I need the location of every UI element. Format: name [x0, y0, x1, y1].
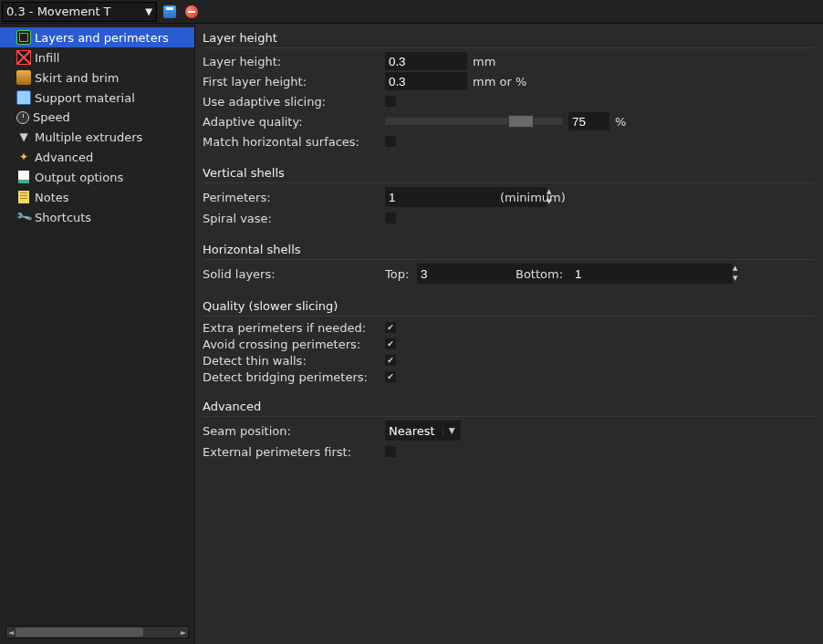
- save-preset-button[interactable]: [161, 3, 179, 21]
- speed-icon: [16, 111, 29, 124]
- spin-buttons[interactable]: ▲▼: [733, 264, 737, 284]
- output-icon: [18, 171, 29, 183]
- sidebar-item-label: Infill: [35, 51, 60, 65]
- delete-icon: [185, 5, 198, 18]
- perimeters-suffix: (minimum): [500, 191, 566, 204]
- sidebar-item-speed[interactable]: Speed: [0, 108, 194, 127]
- body: Layers and perimeters Infill Skirt and b…: [0, 24, 823, 644]
- layer-height-input[interactable]: [385, 52, 467, 70]
- notes-icon: [18, 191, 29, 203]
- seam-position-label: Seam position:: [203, 424, 385, 438]
- delete-preset-button[interactable]: [182, 3, 201, 21]
- sidebar-item-advanced[interactable]: ✦ Advanced: [0, 147, 194, 167]
- bottom-spinbox[interactable]: ▲▼: [571, 264, 662, 284]
- slider-thumb[interactable]: [508, 115, 534, 128]
- avoid-crossing-checkbox[interactable]: ✔: [385, 338, 396, 349]
- sidebar-item-label: Advanced: [35, 151, 93, 164]
- sidebar-item-notes[interactable]: Notes: [0, 187, 194, 207]
- adaptive-quality-label: Adaptive quality:: [203, 115, 385, 129]
- spiral-vase-checkbox[interactable]: [385, 213, 396, 223]
- sidebar-item-output[interactable]: Output options: [0, 167, 194, 187]
- shortcuts-icon: 🔧: [14, 207, 34, 227]
- layers-icon: [16, 30, 31, 45]
- extra-perimeters-label: Extra perimeters if needed:: [203, 321, 385, 335]
- preset-name: 0.3 - Movement T: [6, 5, 111, 18]
- perimeters-label: Perimeters:: [203, 191, 385, 204]
- external-first-label: External perimeters first:: [203, 445, 385, 459]
- detect-bridging-label: Detect bridging perimeters:: [203, 370, 385, 384]
- chevron-up-icon: ▲: [733, 264, 737, 274]
- main-panel: Layer height Layer height: mm First laye…: [195, 24, 823, 644]
- perimeters-spinbox[interactable]: ▲▼: [385, 187, 495, 207]
- sidebar: Layers and perimeters Infill Skirt and b…: [0, 24, 195, 644]
- sidebar-item-label: Layers and perimeters: [35, 31, 169, 45]
- detect-thin-label: Detect thin walls:: [203, 354, 385, 368]
- scroll-right-icon: ►: [179, 628, 188, 637]
- scroll-thumb[interactable]: [16, 628, 143, 637]
- seam-position-value: Nearest: [389, 424, 435, 438]
- seam-position-select[interactable]: Nearest ▼: [385, 421, 461, 441]
- scroll-left-icon: ◄: [6, 628, 16, 637]
- section-title: Vertical shells: [203, 164, 814, 183]
- adaptive-slicing-checkbox[interactable]: [385, 96, 396, 107]
- sidebar-item-infill[interactable]: Infill: [0, 47, 194, 68]
- bottom-input[interactable]: [571, 264, 733, 284]
- sidebar-item-label: Speed: [33, 110, 70, 124]
- dropdown-arrow-icon: ▼: [145, 6, 152, 16]
- sidebar-item-skirt[interactable]: Skirt and brim: [0, 68, 194, 88]
- section-vertical-shells: Vertical shells Perimeters: ▲▼ (minimum)…: [203, 164, 814, 228]
- adaptive-quality-input[interactable]: [568, 112, 609, 130]
- unit-label: %: [615, 115, 626, 129]
- unit-label: mm or %: [473, 75, 526, 88]
- top-label: Top:: [385, 267, 417, 281]
- save-icon: [163, 5, 176, 18]
- sidebar-item-extruders[interactable]: ▼ Multiple extruders: [0, 127, 194, 147]
- support-icon: [16, 90, 31, 105]
- first-layer-height-input[interactable]: [385, 72, 467, 90]
- avoid-crossing-label: Avoid crossing perimeters:: [203, 338, 385, 351]
- match-horizontal-checkbox[interactable]: [385, 136, 396, 147]
- section-title: Quality (slower slicing): [203, 297, 814, 317]
- layer-height-label: Layer height:: [203, 55, 385, 68]
- sidebar-item-label: Shortcuts: [35, 211, 91, 224]
- sidebar-item-label: Multiple extruders: [35, 130, 142, 144]
- sidebar-hscrollbar[interactable]: ◄ ►: [5, 626, 189, 639]
- preset-select[interactable]: 0.3 - Movement T ▼: [2, 2, 157, 22]
- adaptive-quality-slider[interactable]: [385, 118, 563, 125]
- match-horizontal-label: Match horizontal surfaces:: [203, 135, 385, 149]
- external-first-checkbox[interactable]: [385, 446, 396, 457]
- skirt-icon: [16, 70, 31, 85]
- sidebar-item-label: Notes: [35, 191, 69, 204]
- section-title: Advanced: [203, 398, 814, 417]
- section-horizontal-shells: Horizontal shells Solid layers: Top: ▲▼ …: [203, 241, 814, 285]
- section-layer-height: Layer height Layer height: mm First laye…: [203, 29, 814, 151]
- top-spinbox[interactable]: ▲▼: [417, 264, 508, 284]
- adaptive-slicing-label: Use adaptive slicing:: [203, 95, 385, 109]
- section-title: Layer height: [203, 29, 814, 48]
- sidebar-item-layers[interactable]: Layers and perimeters: [0, 27, 194, 47]
- sidebar-item-label: Output options: [35, 171, 123, 184]
- advanced-icon: ✦: [16, 150, 31, 164]
- unit-label: mm: [473, 55, 495, 68]
- section-quality: Quality (slower slicing) Extra perimeter…: [203, 297, 814, 385]
- solid-layers-label: Solid layers:: [203, 267, 385, 281]
- dropdown-arrow-icon: ▼: [443, 426, 457, 435]
- detect-thin-checkbox[interactable]: ✔: [385, 355, 396, 366]
- first-layer-height-label: First layer height:: [203, 75, 385, 88]
- sidebar-item-shortcuts[interactable]: 🔧 Shortcuts: [0, 207, 194, 227]
- bottom-label: Bottom:: [512, 267, 571, 281]
- section-advanced: Advanced Seam position: Nearest ▼ Extern…: [203, 398, 814, 462]
- extruders-icon: ▼: [16, 130, 31, 144]
- sidebar-item-label: Support material: [35, 91, 135, 105]
- detect-bridging-checkbox[interactable]: ✔: [385, 371, 396, 382]
- infill-icon: [16, 50, 31, 65]
- sidebar-item-support[interactable]: Support material: [0, 88, 194, 108]
- chevron-down-icon: ▼: [733, 274, 737, 284]
- topbar: 0.3 - Movement T ▼: [0, 0, 823, 24]
- extra-perimeters-checkbox[interactable]: ✔: [385, 322, 396, 333]
- spiral-vase-label: Spiral vase:: [203, 212, 385, 225]
- section-title: Horizontal shells: [203, 241, 814, 260]
- sidebar-item-label: Skirt and brim: [35, 71, 119, 85]
- sidebar-items: Layers and perimeters Infill Skirt and b…: [0, 27, 194, 622]
